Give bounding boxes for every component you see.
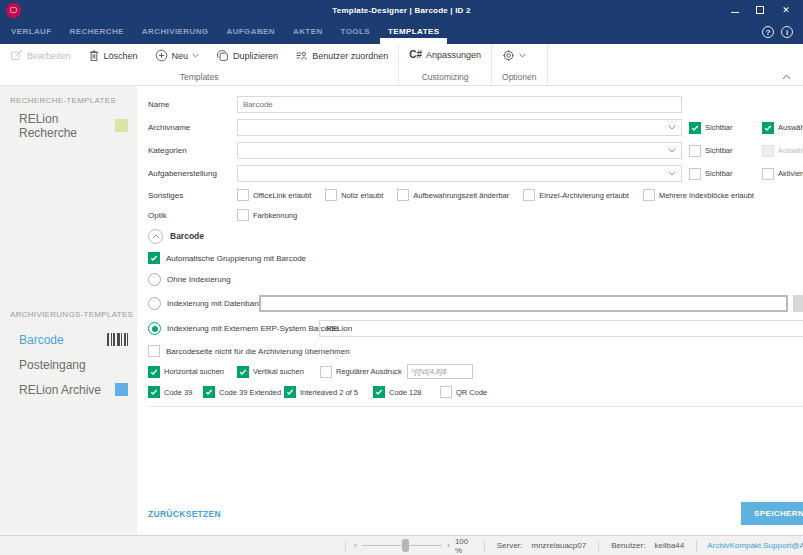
interleaved-checkbox[interactable]: Interleaved 2 of 5	[284, 386, 368, 398]
indexierung-datenbank-radio[interactable]	[148, 297, 161, 310]
chevron-down-icon	[519, 53, 526, 58]
kategorien-select[interactable]	[237, 142, 682, 159]
chevron-down-icon	[668, 148, 676, 153]
ribbon-collapse-icon[interactable]	[782, 74, 791, 80]
browse-button[interactable]: ...	[793, 295, 803, 312]
app-logo-icon	[6, 3, 21, 18]
anpassungen-button[interactable]: C# Anpassungen	[409, 49, 481, 60]
section-divider	[148, 406, 803, 407]
window-title: Template-Designer | Barcode | ID 2	[0, 6, 803, 15]
ohne-indexierung-radio[interactable]: Ohne Indexierung	[148, 273, 803, 286]
zoom-slider-thumb[interactable]	[402, 539, 409, 552]
menubar: VERLAUF RECHERCHE ARCHIVIERUNG AUFGABEN …	[0, 20, 803, 44]
tab-archivierung[interactable]: ARCHIVIERUNG	[133, 20, 218, 44]
blue-swatch	[115, 383, 128, 396]
plus-circle-icon	[155, 49, 168, 62]
collapse-chevron-icon[interactable]	[148, 229, 163, 244]
zoom-slider[interactable]: ‹ › 100 %	[354, 537, 476, 555]
duplizieren-button[interactable]: Duplizieren	[216, 49, 278, 62]
tab-verlauf[interactable]: VERLAUF	[2, 20, 61, 44]
support-link[interactable]: ArchivKompakt.Support@Aareon.com	[707, 541, 803, 550]
sidebar: RECHERCHE-TEMPLATES RELion Recherche ARC…	[0, 86, 137, 535]
sidebar-item-posteingang[interactable]: Posteingang	[0, 352, 137, 377]
loeschen-button[interactable]: Löschen	[88, 49, 138, 62]
regex-input[interactable]	[407, 364, 473, 379]
zuruecksetzen-link[interactable]: ZURÜCKSETZEN	[148, 509, 221, 519]
statusbar: ‹ › 100 % Server: mnzrelauacp07 Benutzer…	[0, 535, 803, 555]
optionen-gear-button[interactable]	[502, 49, 526, 62]
user-assign-icon	[295, 49, 308, 62]
sidebar-item-relion-recherche[interactable]: RELion Recherche	[0, 113, 137, 138]
gear-icon	[502, 49, 515, 62]
farbkennung-checkbox[interactable]: Farbkennung	[237, 209, 297, 221]
chevron-down-icon	[668, 171, 676, 176]
server-value: mnzrelauacp07	[532, 541, 587, 550]
zoom-slider-track[interactable]	[362, 545, 443, 546]
speichern-button[interactable]: SPEICHERN	[741, 502, 803, 525]
tab-aufgaben[interactable]: AUFGABEN	[217, 20, 284, 44]
regulaerer-ausdruck-checkbox[interactable]: Regulärer Ausdruck	[320, 366, 402, 378]
aufgabenerstellung-label: Aufgabenerstellung	[148, 169, 237, 178]
help-icon[interactable]: ?	[762, 26, 774, 38]
code39-checkbox[interactable]: Code 39	[148, 386, 198, 398]
officelink-checkbox[interactable]: OfficeLink erlaubt	[237, 189, 311, 201]
aufgaben-sichtbar-checkbox[interactable]: Sichtbar	[689, 168, 755, 180]
sonstiges-label: Sonstiges	[148, 191, 237, 200]
aufbewahrung-checkbox[interactable]: Aufbewahrungszeit änderbar	[397, 189, 509, 201]
tab-templates[interactable]: TEMPLATES	[379, 20, 448, 44]
app-window: Template-Designer | Barcode | ID 2 ✕ VER…	[0, 0, 803, 555]
archivname-label: Archivname	[148, 123, 237, 132]
archivname-select[interactable]	[237, 119, 682, 136]
vertikal-suchen-checkbox[interactable]: Vertikal suchen	[237, 366, 313, 378]
archivierungs-templates-header: ARCHIVIERUNGS-TEMPLATES	[0, 310, 137, 319]
sidebar-item-barcode[interactable]: Barcode	[0, 327, 137, 352]
zoom-level: 100 %	[455, 537, 476, 555]
tab-akten[interactable]: AKTEN	[284, 20, 332, 44]
indexierung-datenbank-radio-row: Indexierung mit Datenbank ...	[148, 295, 803, 312]
close-button[interactable]: ✕	[781, 5, 791, 15]
barcode-section-header[interactable]: Barcode	[148, 228, 803, 244]
bearbeiten-button[interactable]: Bearbeiten	[10, 49, 71, 62]
benutzer-value: keilba44	[654, 541, 684, 550]
erp-system-select[interactable]: RELion	[319, 320, 803, 337]
zoom-in-icon[interactable]: ›	[447, 541, 450, 550]
aufgaben-aktiviert-checkbox[interactable]: Aktiviert	[762, 168, 803, 180]
benutzer-zuordnen-button[interactable]: Benutzer zuordnen	[295, 49, 388, 62]
indexierung-erp-radio[interactable]	[148, 322, 161, 335]
sidebar-item-relion-archive[interactable]: RELion Archive	[0, 377, 137, 402]
tab-recherche[interactable]: RECHERCHE	[61, 20, 133, 44]
archivname-sichtbar-checkbox[interactable]: Sichtbar	[689, 122, 755, 134]
maximize-button[interactable]	[756, 6, 764, 14]
archivname-auswaehlbar-checkbox[interactable]: Auswählbar	[762, 122, 803, 134]
indexierung-erp-radio-row: Indexierung mit Externem ERP-System Barc…	[148, 320, 803, 337]
notiz-checkbox[interactable]: Notiz erlaubt	[325, 189, 383, 201]
chevron-down-icon	[668, 125, 676, 130]
recherche-templates-header: RECHERCHE-TEMPLATES	[0, 96, 137, 105]
barcodeseite-checkbox[interactable]: Barcodeseite nicht für die Archivierung …	[148, 345, 803, 357]
zoom-out-icon[interactable]: ‹	[354, 541, 357, 550]
einzel-archivierung-checkbox[interactable]: Einzel-Archivierung erlaubt	[523, 189, 629, 201]
name-input[interactable]	[237, 96, 682, 113]
datenbank-input[interactable]	[259, 295, 788, 312]
ribbon-group-customizing: C# Anpassungen Customizing	[399, 44, 492, 85]
benutzer-label: Benutzer:	[611, 541, 645, 550]
server-label: Server:	[497, 541, 523, 550]
minimize-button[interactable]	[731, 7, 739, 13]
code39ext-checkbox[interactable]: Code 39 Extended	[203, 386, 279, 398]
auto-gruppierung-checkbox[interactable]: Automatische Gruppierung mit Barcode	[148, 252, 803, 264]
ribbon-toolbar: Bearbeiten Löschen Neu Duplizieren	[0, 44, 803, 86]
kategorien-auswaehlbar-checkbox: Auswählbar	[762, 145, 803, 157]
horizontal-suchen-checkbox[interactable]: Horizontal suchen	[148, 366, 230, 378]
tab-tools[interactable]: TOOLS	[332, 20, 379, 44]
mehrere-indexbloecke-checkbox[interactable]: Mehrere Indexblöcke erlaubt	[643, 189, 754, 201]
neu-button[interactable]: Neu	[155, 49, 200, 62]
kategorien-sichtbar-checkbox[interactable]: Sichtbar	[689, 145, 755, 157]
code128-checkbox[interactable]: Code 128	[373, 386, 435, 398]
info-icon[interactable]: i	[781, 26, 793, 38]
ribbon-group-optionen: Optionen	[492, 44, 548, 85]
aufgabenerstellung-select[interactable]	[237, 165, 682, 182]
green-swatch	[115, 119, 128, 132]
ribbon-group-label-templates: Templates	[10, 72, 388, 82]
ribbon-group-label-optionen: Optionen	[502, 72, 537, 82]
qrcode-checkbox[interactable]: QR Code	[440, 386, 487, 398]
